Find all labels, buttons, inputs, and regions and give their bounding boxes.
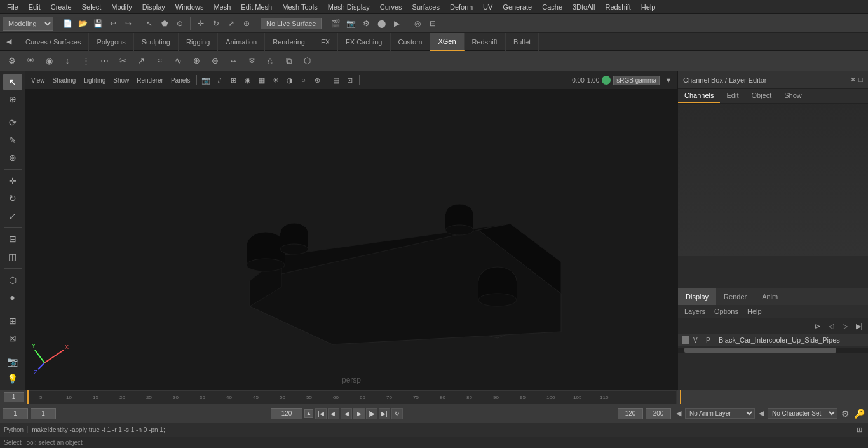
paint-select-icon2[interactable]: ✎ bbox=[3, 132, 22, 149]
move-icon[interactable]: ✛ bbox=[194, 17, 208, 31]
viewport-canvas[interactable] bbox=[25, 89, 677, 390]
scale-tool-icon[interactable]: ⤢ bbox=[3, 208, 22, 224]
frame-current-input[interactable] bbox=[31, 408, 56, 419]
layer-new-icon[interactable]: ⊳ bbox=[811, 320, 824, 332]
vertex-select-icon[interactable]: ⊕ bbox=[3, 92, 22, 108]
lighting-menu[interactable]: Lighting bbox=[80, 76, 109, 85]
layer-visibility-v[interactable]: V bbox=[693, 337, 703, 344]
layer-prev-icon[interactable]: ◁ bbox=[825, 320, 837, 332]
range-toggle[interactable]: ▲ bbox=[304, 409, 313, 418]
render-icon[interactable]: 🎬 bbox=[329, 17, 342, 31]
ambient-icon[interactable]: ○ bbox=[297, 74, 310, 86]
tab-edit[interactable]: Edit bbox=[720, 89, 745, 103]
tab-curves-surfaces[interactable]: Curves / Surfaces bbox=[18, 33, 89, 51]
menu-redshift[interactable]: Redshift bbox=[600, 2, 635, 12]
renderer-menu[interactable]: Renderer bbox=[133, 76, 166, 85]
xgen-scale-icon[interactable]: ↔ bbox=[225, 53, 241, 69]
xgen-attract-icon[interactable]: ⊕ bbox=[188, 53, 205, 69]
xgen-toggle-icon[interactable]: 👁 bbox=[22, 53, 39, 69]
texture-icon[interactable]: ▦ bbox=[255, 74, 268, 86]
channel-box-close-icon[interactable]: ✕ bbox=[850, 76, 856, 84]
layer-end-icon[interactable]: ▶| bbox=[853, 320, 865, 332]
tab-bar-collapse[interactable]: ◀ bbox=[0, 33, 18, 51]
layer-next-icon[interactable]: ▷ bbox=[839, 320, 851, 332]
rotate-tool-icon[interactable]: ↻ bbox=[3, 190, 22, 207]
view-menu[interactable]: View bbox=[28, 76, 48, 85]
workspace-select[interactable]: Modeling bbox=[3, 17, 53, 31]
anim-layer-select[interactable]: No Anim Layer bbox=[685, 408, 755, 419]
xgen-extra2-icon[interactable]: ⬡ bbox=[299, 53, 315, 69]
xgen-settings-icon[interactable]: ⚙ bbox=[4, 53, 20, 69]
menu-mesh-display[interactable]: Mesh Display bbox=[323, 2, 374, 12]
xgen-guides-icon[interactable]: ↕ bbox=[59, 53, 76, 69]
tab-show[interactable]: Show bbox=[778, 89, 808, 103]
ls-tab-anim[interactable]: Anim bbox=[754, 288, 785, 305]
xgen-preview-icon[interactable]: ◉ bbox=[41, 53, 57, 69]
tab-fx[interactable]: FX bbox=[313, 33, 338, 51]
sphere-prim-icon[interactable]: ● bbox=[3, 289, 22, 306]
menu-display[interactable]: Display bbox=[138, 2, 170, 12]
more-render-icon[interactable]: ▶ bbox=[390, 17, 403, 31]
tab-redshift[interactable]: Redshift bbox=[465, 33, 506, 51]
camera-move-icon[interactable]: 📷 bbox=[200, 74, 212, 86]
wireframe-icon[interactable]: ⊞ bbox=[227, 74, 240, 86]
play-fwd-btn[interactable]: ▶ bbox=[353, 408, 365, 419]
xgen-cut-icon[interactable]: ✂ bbox=[114, 53, 131, 69]
menu-edit[interactable]: Edit bbox=[24, 2, 45, 12]
lasso-select-icon[interactable]: ⟳ bbox=[3, 114, 22, 131]
universal-icon[interactable]: ⊕ bbox=[240, 17, 254, 31]
light-icon[interactable]: 💡 bbox=[3, 371, 22, 388]
xgen-noise-icon[interactable]: ∿ bbox=[170, 53, 186, 69]
step-fwd-btn[interactable]: |▶ bbox=[366, 408, 377, 419]
menu-cache[interactable]: Cache bbox=[538, 2, 567, 12]
go-start-btn[interactable]: |◀ bbox=[315, 408, 327, 419]
shading-menu[interactable]: Shading bbox=[50, 76, 79, 85]
chevron-down-icon[interactable]: ▼ bbox=[662, 74, 675, 86]
menu-uv[interactable]: UV bbox=[478, 2, 497, 12]
open-file-icon[interactable]: 📂 bbox=[76, 17, 90, 31]
frame-start-input[interactable] bbox=[3, 408, 28, 419]
playback-end-input[interactable] bbox=[618, 408, 643, 419]
select-tool-icon[interactable]: ↖ bbox=[142, 17, 156, 31]
tab-polygons[interactable]: Polygons bbox=[89, 33, 133, 51]
light-viewport-icon[interactable]: ☀ bbox=[269, 74, 282, 86]
menu-create[interactable]: Create bbox=[46, 2, 76, 12]
display-quality-icon[interactable]: ▤ bbox=[330, 74, 342, 86]
help-menu-item[interactable]: Help bbox=[745, 306, 764, 316]
ls-tab-render[interactable]: Render bbox=[716, 288, 754, 305]
tab-sculpting[interactable]: Sculpting bbox=[134, 33, 179, 51]
play-back-btn[interactable]: ◀ bbox=[341, 408, 352, 419]
ipr-icon[interactable]: 📷 bbox=[344, 17, 358, 31]
xgen-smooth-icon[interactable]: ≈ bbox=[151, 53, 168, 69]
grid-icon[interactable]: # bbox=[214, 74, 226, 86]
move-tool-icon[interactable]: ✛ bbox=[3, 173, 22, 189]
render-settings-icon[interactable]: ⚙ bbox=[359, 17, 373, 31]
menu-mesh[interactable]: Mesh bbox=[209, 2, 235, 12]
options-menu-item[interactable]: Options bbox=[712, 306, 741, 316]
panels-menu[interactable]: Panels bbox=[168, 76, 194, 85]
xgen-freeze-icon[interactable]: ❄ bbox=[243, 53, 260, 69]
ao-icon[interactable]: ⊛ bbox=[311, 74, 324, 86]
redo-icon[interactable]: ↪ bbox=[121, 17, 135, 31]
smooth-shade-icon[interactable]: ◉ bbox=[241, 74, 254, 86]
menu-select[interactable]: Select bbox=[78, 2, 106, 12]
rotate-icon[interactable]: ↻ bbox=[209, 17, 223, 31]
menu-windows[interactable]: Windows bbox=[171, 2, 208, 12]
tab-rigging[interactable]: Rigging bbox=[179, 33, 218, 51]
tab-bullet[interactable]: Bullet bbox=[506, 33, 539, 51]
polygon-icon[interactable]: ⬡ bbox=[3, 272, 22, 288]
menu-mesh-tools[interactable]: Mesh Tools bbox=[278, 2, 322, 12]
tab-object[interactable]: Object bbox=[745, 89, 778, 103]
ls-tab-display[interactable]: Display bbox=[678, 288, 716, 305]
tab-channels[interactable]: Channels bbox=[678, 89, 720, 103]
lasso-icon[interactable]: ⬟ bbox=[158, 17, 172, 31]
xgen-bend-icon[interactable]: ↗ bbox=[133, 53, 149, 69]
menu-file[interactable]: File bbox=[3, 2, 23, 12]
layer-visibility-p[interactable]: P bbox=[706, 337, 716, 344]
settings-icon[interactable]: ⚙ bbox=[839, 407, 851, 420]
menu-help[interactable]: Help bbox=[637, 2, 660, 12]
tab-rendering[interactable]: Rendering bbox=[265, 33, 313, 51]
xgen-comb-icon[interactable]: ⋮ bbox=[78, 53, 94, 69]
anim-layer-arrow-left[interactable]: ◀ bbox=[674, 409, 684, 419]
tab-custom[interactable]: Custom bbox=[391, 33, 431, 51]
